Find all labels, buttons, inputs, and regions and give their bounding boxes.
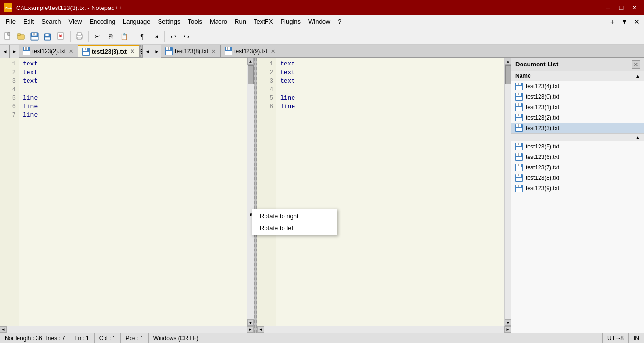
redo-button[interactable]: ↪ bbox=[180, 30, 193, 43]
svg-rect-56 bbox=[516, 128, 522, 131]
rline-num-6: 6 bbox=[257, 102, 276, 111]
save-button[interactable] bbox=[28, 30, 41, 43]
doc-list-scroll-up[interactable]: ▲ bbox=[635, 74, 640, 79]
undo-button[interactable]: ↩ bbox=[167, 30, 180, 43]
tab-left-next[interactable]: ► bbox=[9, 45, 19, 58]
menu-settings[interactable]: Settings bbox=[154, 16, 184, 28]
svg-rect-10 bbox=[33, 33, 35, 35]
tab-right-next[interactable]: ► bbox=[152, 45, 161, 58]
right-code-content[interactable]: text text text line line bbox=[276, 58, 504, 326]
svg-rect-11 bbox=[31, 37, 38, 40]
scroll-down-btn[interactable]: ▼ bbox=[247, 319, 254, 326]
right-editor-area[interactable]: 1 2 3 4 5 6 text text text line line ▲ bbox=[257, 58, 511, 326]
context-menu-rotate-left[interactable]: Rotate to left bbox=[252, 222, 337, 234]
svg-rect-55 bbox=[518, 124, 519, 127]
svg-rect-27 bbox=[85, 48, 86, 50]
new-button[interactable] bbox=[2, 30, 14, 43]
right-scrollbar-v[interactable]: ▲ ▼ bbox=[504, 58, 511, 326]
vertical-pane-splitter[interactable]: ⋮ bbox=[254, 58, 257, 333]
scroll-up-btn[interactable]: ▲ bbox=[247, 58, 254, 65]
menu-file[interactable]: File bbox=[2, 16, 19, 28]
menu-macro[interactable]: Macro bbox=[206, 16, 231, 28]
menu-window[interactable]: Window bbox=[304, 16, 334, 28]
copy-button[interactable]: ⎘ bbox=[104, 30, 117, 43]
menu-textfx[interactable]: TextFX bbox=[250, 16, 276, 28]
rscroll-right-btn[interactable]: ► bbox=[504, 326, 511, 333]
save-all-button[interactable] bbox=[42, 30, 54, 43]
tab-test123-8[interactable]: test123(8).txt ✕ bbox=[161, 45, 221, 57]
left-scrollbar-v[interactable]: ▲ ▼ bbox=[247, 58, 254, 326]
menu-plugins[interactable]: Plugins bbox=[276, 16, 304, 28]
tab-label: test123(9).txt bbox=[234, 48, 267, 55]
doc-item-9[interactable]: test123(9).txt bbox=[511, 183, 644, 194]
doc-item-4[interactable]: test123(4).txt bbox=[511, 81, 644, 92]
doc-list-scroll-area[interactable]: test123(4).txt test123(0).txt test123(1)… bbox=[511, 81, 644, 333]
doc-item-5[interactable]: test123(5).txt bbox=[511, 141, 644, 152]
tab-left-prev[interactable]: ◄ bbox=[0, 45, 9, 58]
doc-item-7[interactable]: test123(7).txt bbox=[511, 162, 644, 173]
new-window-button[interactable]: + bbox=[607, 17, 617, 27]
close-button[interactable]: ✕ bbox=[629, 2, 640, 13]
menu-tools[interactable]: Tools bbox=[184, 16, 206, 28]
doc-section-scroll-up[interactable]: ▲ bbox=[635, 135, 640, 140]
cut-button[interactable]: ✂ bbox=[91, 30, 104, 43]
right-scrollbar-h[interactable]: ◄ ► bbox=[257, 326, 511, 333]
doc-item-1[interactable]: test123(1).txt bbox=[511, 102, 644, 112]
doc-item-3[interactable]: test123(3).txt bbox=[511, 123, 644, 133]
scroll-left-btn[interactable]: ◄ bbox=[0, 326, 7, 333]
open-button[interactable] bbox=[15, 30, 28, 43]
rscroll-down-btn[interactable]: ▼ bbox=[505, 319, 511, 326]
menu-search[interactable]: Search bbox=[38, 16, 65, 28]
print-button[interactable] bbox=[73, 30, 85, 43]
menu-view[interactable]: View bbox=[65, 16, 86, 28]
show-all-chars-button[interactable]: ¶ bbox=[136, 30, 148, 43]
paste-button[interactable]: 📋 bbox=[118, 30, 130, 43]
left-code-content[interactable]: text text text line line line bbox=[19, 58, 247, 326]
menu-run[interactable]: Run bbox=[231, 16, 250, 28]
svg-rect-63 bbox=[518, 153, 519, 156]
dropdown-button[interactable]: ▼ bbox=[619, 17, 630, 27]
doc-item-8[interactable]: test123(8).txt bbox=[511, 173, 644, 183]
rscroll-thumb[interactable] bbox=[505, 65, 511, 84]
tab-close-9[interactable]: ✕ bbox=[269, 48, 276, 55]
tab-right-prev[interactable]: ◄ bbox=[142, 45, 152, 58]
svg-rect-75 bbox=[518, 185, 519, 187]
scroll-thumb[interactable] bbox=[248, 65, 254, 84]
left-editor-area[interactable]: 1 2 3 4 5 6 7 text text text line line l… bbox=[0, 58, 254, 326]
tab-test123-9[interactable]: test123(9).txt ✕ bbox=[221, 45, 280, 57]
doc-item-2[interactable]: test123(2).txt bbox=[511, 112, 644, 123]
menu-edit[interactable]: Edit bbox=[19, 16, 38, 28]
context-menu-rotate-right[interactable]: Rotate to right bbox=[252, 210, 337, 222]
rscroll-up-btn[interactable]: ▲ bbox=[505, 58, 511, 65]
doc-item-label: test123(0).txt bbox=[526, 93, 559, 100]
rscroll-left-btn[interactable]: ◄ bbox=[257, 326, 264, 333]
tab-label: test123(8).txt bbox=[175, 48, 208, 55]
menu-encoding[interactable]: Encoding bbox=[86, 16, 119, 28]
menu-language[interactable]: Language bbox=[119, 16, 154, 28]
left-line-numbers: 1 2 3 4 5 6 7 bbox=[0, 58, 19, 326]
menu-help[interactable]: ? bbox=[334, 16, 345, 28]
maximize-button[interactable]: □ bbox=[616, 2, 627, 13]
tab-close-2[interactable]: ✕ bbox=[67, 48, 74, 55]
svg-rect-52 bbox=[516, 118, 522, 121]
status-col: Col : 1 bbox=[95, 333, 121, 343]
tab-test123-2[interactable]: test123(2).txt ✕ bbox=[19, 45, 78, 57]
doc-item-0[interactable]: test123(0).txt bbox=[511, 92, 644, 102]
separator-1 bbox=[70, 31, 71, 42]
doc-item-6[interactable]: test123(6).txt bbox=[511, 152, 644, 162]
scroll-track[interactable] bbox=[247, 65, 254, 319]
svg-rect-7 bbox=[18, 34, 20, 35]
close-all-button[interactable]: ✕ bbox=[632, 17, 642, 27]
minimize-button[interactable]: ─ bbox=[602, 2, 614, 13]
tab-close-3[interactable]: ✕ bbox=[129, 48, 135, 55]
tab-test123-3[interactable]: test123(3).txt ✕ bbox=[78, 45, 140, 57]
rscroll-track[interactable] bbox=[505, 65, 511, 319]
left-scrollbar-h[interactable]: ◄ ► bbox=[0, 326, 254, 333]
close-button-toolbar[interactable] bbox=[55, 30, 67, 43]
document-list-close[interactable]: ✕ bbox=[632, 60, 640, 69]
doc-section-divider: ▲ bbox=[511, 133, 644, 141]
indent-button[interactable]: ⇥ bbox=[149, 30, 161, 43]
tab-close-8[interactable]: ✕ bbox=[210, 48, 217, 55]
scroll-right-btn[interactable]: ► bbox=[247, 326, 254, 333]
status-ln-text: Ln : 1 bbox=[75, 335, 89, 342]
